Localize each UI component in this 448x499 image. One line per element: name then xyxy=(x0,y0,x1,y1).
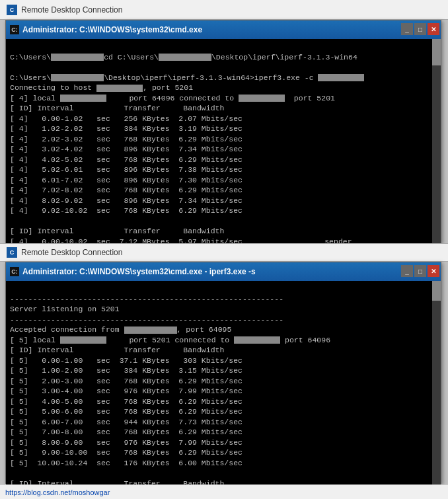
window2-scrollbar[interactable] xyxy=(432,281,441,484)
s-line-5-9: [ 5] 8.00-9.00 sec 976 KBytes 7.99 Mbits… xyxy=(10,438,243,447)
line-4-2: [ 4] 1.02-2.02 sec 384 KBytes 3.19 Mbits… xyxy=(10,124,243,133)
window1-titlebar: C: Administrator: C:\WINDOWS\system32\cm… xyxy=(6,20,441,39)
s-line-blank1 xyxy=(10,469,15,477)
line-blank1 xyxy=(10,63,15,71)
s-line-5-8: [ 5] 7.00-8.00 sec 768 KBytes 6.29 Mbits… xyxy=(10,428,243,436)
rdp-icon-middle: C xyxy=(7,247,17,258)
line-connecting: Connecting to host , port 5201 xyxy=(10,83,193,92)
window2-max-button[interactable]: □ xyxy=(414,265,426,277)
s-line-5-2: [ 5] 1.00-2.00 sec 384 KBytes 3.15 Mbits… xyxy=(10,366,243,375)
window1-title-text: Administrator: C:\WINDOWS\system32\cmd.e… xyxy=(22,25,202,34)
status-bar: https://blog.csdn.net/moshowgar xyxy=(0,484,448,499)
window1-console: C:\Users\cd C:\Users\\Desktop\iperf\iper… xyxy=(6,39,441,244)
status-url: https://blog.csdn.net/moshowgar xyxy=(5,488,110,496)
line-4-9: [ 4] 8.02-9.02 sec 896 KBytes 7.34 Mbits… xyxy=(10,196,243,205)
s-line-listen1: Server listening on 5201 xyxy=(10,305,120,313)
line-4-5: [ 4] 4.02-5.02 sec 768 KBytes 6.29 Mbits… xyxy=(10,155,243,164)
s-line-5-10: [ 5] 9.00-10.00 sec 768 KBytes 6.29 Mbit… xyxy=(10,448,243,457)
s-line-5-3: [ 5] 2.00-3.00 sec 768 KBytes 6.29 Mbits… xyxy=(10,377,243,385)
line-4-10: [ 4] 9.02-10.02 sec 768 KBytes 6.29 Mbit… xyxy=(10,206,243,215)
window1-body: C:\Users\cd C:\Users\\Desktop\iperf\iper… xyxy=(6,39,441,244)
window1-max-button[interactable]: □ xyxy=(414,23,426,35)
cmd-icon-2: C: xyxy=(10,267,19,276)
window2-console: ----------------------------------------… xyxy=(6,281,441,484)
line-blank2 xyxy=(10,217,15,225)
s-line-local: [ 5] local port 5201 connected to port 6… xyxy=(10,336,330,344)
s-line-5-7: [ 5] 6.00-7.00 sec 944 KBytes 7.73 Mbits… xyxy=(10,418,243,426)
s-line-5-6: [ 5] 5.00-6.00 sec 768 KBytes 6.29 Mbits… xyxy=(10,407,243,416)
line-4-6: [ 4] 5.02-6.01 sec 896 KBytes 7.38 Mbits… xyxy=(10,165,243,174)
s-line-5-5: [ 5] 4.00-5.00 sec 768 KBytes 6.29 Mbits… xyxy=(10,397,243,406)
window1-close-button[interactable]: ✕ xyxy=(428,23,439,35)
window2-controls: _ □ ✕ xyxy=(401,265,439,277)
window2-min-button[interactable]: _ xyxy=(401,265,413,277)
line-4-4: [ 4] 3.02-4.02 sec 896 KBytes 7.34 Mbits… xyxy=(10,145,243,153)
window1-controls: _ □ ✕ xyxy=(401,23,439,35)
s-line-header: [ ID] Interval Transfer Bandwidth xyxy=(10,346,224,354)
window-cmd-client: C: Administrator: C:\WINDOWS\system32\cm… xyxy=(5,20,441,243)
s-line-5-1: [ 5] 0.00-1.00 sec 37.1 KBytes 303 Kbits… xyxy=(10,356,243,365)
s-line-header2: [ ID] Interval Transfer Bandwidth xyxy=(10,479,224,484)
top-title: Remote Desktop Connection xyxy=(21,5,122,15)
line-4-1: [ 4] 0.00-1.02 sec 256 KBytes 2.07 Mbits… xyxy=(10,114,243,123)
s-line-accepted: Accepted connection from , port 64095 xyxy=(10,325,231,334)
top-rdp-bar: C Remote Desktop Connection xyxy=(0,0,448,20)
window2-title-text: Administrator: C:\WINDOWS\system32\cmd.e… xyxy=(22,267,256,276)
window1-scrollbar[interactable] xyxy=(432,39,441,244)
window2-titlebar: C: Administrator: C:\WINDOWS\system32\cm… xyxy=(6,262,441,281)
s-line-5-4: [ 5] 3.00-4.00 sec 976 KBytes 7.99 Mbits… xyxy=(10,387,243,395)
s-line-sep2: ----------------------------------------… xyxy=(10,315,283,324)
rdp-icon-top: C xyxy=(7,5,17,15)
middle-rdp-bar: C Remote Desktop Connection xyxy=(0,243,448,262)
window-cmd-server: C: Administrator: C:\WINDOWS\system32\cm… xyxy=(5,262,441,484)
window2-close-button[interactable]: ✕ xyxy=(428,265,439,277)
window2-body: ----------------------------------------… xyxy=(6,281,441,484)
window1-min-button[interactable]: _ xyxy=(401,23,413,35)
line-iperf-cmd: C:\Users\\Desktop\iperf\iperf-3.1.3-win6… xyxy=(10,73,364,82)
line-header1: [ ID] Interval Transfer Bandwidth xyxy=(10,104,224,112)
line-4-7: [ 4] 6.01-7.02 sec 896 KBytes 7.30 Mbits… xyxy=(10,176,243,184)
rdp-middle-title: Remote Desktop Connection xyxy=(21,248,122,257)
line-cd: C:\Users\cd C:\Users\\Desktop\iperf\iper… xyxy=(10,53,357,61)
line-header2: [ ID] Interval Transfer Bandwidth xyxy=(10,227,224,235)
s-line-sep1: ----------------------------------------… xyxy=(10,295,283,303)
cmd-icon-1: C: xyxy=(10,25,19,34)
s-line-5-11: [ 5] 10.00-10.24 sec 176 KBytes 6.00 Mbi… xyxy=(10,459,243,467)
line-local: [ 4] local port 64096 connected to port … xyxy=(10,94,335,102)
line-4-8: [ 4] 7.02-8.02 sec 768 KBytes 6.29 Mbits… xyxy=(10,186,243,194)
line-4-3: [ 4] 2.02-3.02 sec 768 KBytes 6.29 Mbits… xyxy=(10,135,243,143)
